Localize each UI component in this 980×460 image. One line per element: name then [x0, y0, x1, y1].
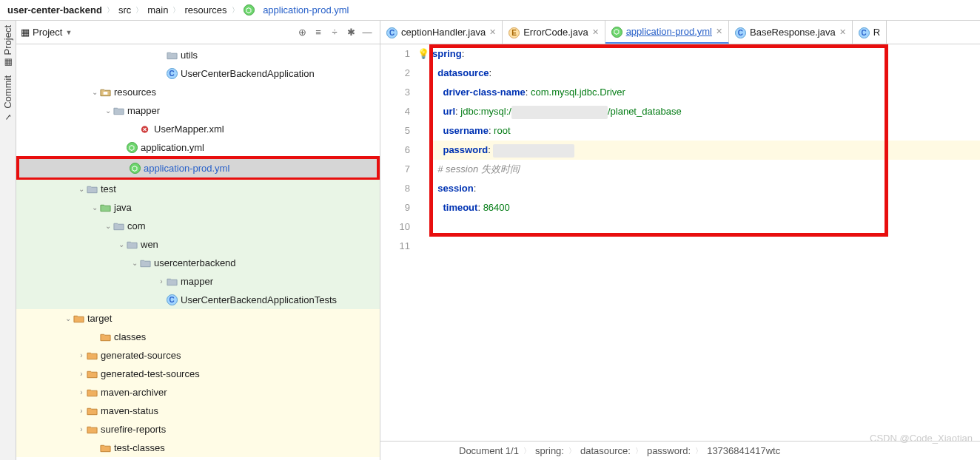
code-line[interactable]: session:: [429, 179, 980, 198]
status-value: 13736841417wtc: [707, 445, 780, 456]
folder-icon: [166, 276, 178, 288]
xml-icon: [139, 124, 151, 135]
code-line[interactable]: timeout: 86400: [429, 198, 980, 217]
tree-label: usercenterbackend: [154, 257, 236, 268]
yml-icon: ⬡: [126, 142, 138, 154]
folder-icon: [113, 220, 124, 232]
arrow-icon[interactable]: ⌄: [77, 185, 86, 193]
status-crumb[interactable]: password:: [647, 445, 691, 456]
tree-item-wen[interactable]: ⌄wen: [16, 235, 380, 254]
tree-item-application-yml[interactable]: ⬡application.yml: [16, 138, 380, 157]
yml-icon: ⬡: [129, 163, 141, 175]
tree-item-generated-sources[interactable]: ›generated-sources: [16, 346, 380, 365]
settings-icon[interactable]: ✱: [343, 24, 359, 41]
breadcrumb-root[interactable]: user-center-backend: [6, 4, 104, 16]
tab-r[interactable]: CR: [853, 21, 887, 44]
arrow-icon[interactable]: ›: [77, 388, 86, 396]
arrow-icon[interactable]: ⌄: [130, 259, 139, 267]
tree-item-generated-test-sources[interactable]: ›generated-test-sources: [16, 365, 380, 383]
lightbulb-icon[interactable]: 💡: [417, 44, 429, 64]
tree-label: application.yml: [141, 142, 204, 153]
tab-ceptionhandler-java[interactable]: CceptionHandler.java✕: [380, 21, 503, 44]
arrow-icon[interactable]: ›: [77, 425, 86, 433]
tree-item-target[interactable]: ⌄target: [16, 309, 380, 328]
arrow-icon[interactable]: ⌄: [104, 106, 113, 115]
tree-item-mapper[interactable]: ⌄mapper: [16, 101, 380, 120]
commit-toolwindow-button[interactable]: ✓ Commit: [2, 75, 13, 122]
breadcrumb-item[interactable]: main: [146, 4, 170, 16]
close-icon[interactable]: ✕: [489, 27, 496, 37]
tab-application-prod-yml[interactable]: ⬡application-prod.yml✕: [605, 21, 729, 44]
tree-item-resources[interactable]: ⌄resources: [16, 83, 380, 101]
tree-item-maven-status[interactable]: ›maven-status: [16, 402, 380, 420]
sidebar-header: ▦ Project ▼ ⊕ ≡ ÷ ✱ —: [16, 21, 380, 44]
arrow-icon[interactable]: ›: [77, 351, 86, 359]
close-icon[interactable]: ✕: [592, 27, 599, 37]
folder-orange-icon: [86, 387, 98, 399]
code-content[interactable]: spring: datasource: driver-class-name: c…: [429, 44, 980, 441]
arrow-icon[interactable]: ⌄: [117, 240, 126, 248]
code-line[interactable]: driver-class-name: com.mysql.jdbc.Driver: [429, 83, 980, 102]
tab-errorcode-java[interactable]: EErrorCode.java✕: [503, 21, 605, 44]
svg-rect-0: [103, 92, 107, 95]
arrow-icon[interactable]: ⌄: [90, 203, 99, 212]
breadcrumb-leaf[interactable]: ⬡ application-prod.yml: [242, 4, 351, 16]
code-line[interactable]: spring:: [429, 44, 980, 64]
code-line[interactable]: [429, 237, 980, 256]
breadcrumb-item[interactable]: resources: [183, 4, 228, 16]
tree-item-surefire-reports[interactable]: ›surefire-reports: [16, 420, 380, 439]
tree-item-utils[interactable]: utils: [16, 46, 380, 64]
tree-item-maven-archiver[interactable]: ›maven-archiver: [16, 383, 380, 402]
tree-label: UserCenterBackendApplication: [181, 68, 315, 79]
collapse-all-icon[interactable]: ÷: [326, 24, 343, 41]
code-line[interactable]: datasource:: [429, 64, 980, 83]
tree-item-com[interactable]: ⌄com: [16, 217, 380, 235]
hide-icon[interactable]: —: [359, 24, 375, 41]
close-icon[interactable]: ✕: [839, 27, 846, 37]
folder-res-icon: [99, 87, 111, 98]
tree-label: surefire-reports: [101, 424, 166, 435]
folder-orange-icon: [86, 405, 98, 417]
code-line[interactable]: username: root: [429, 121, 980, 141]
arrow-icon[interactable]: ›: [77, 370, 86, 378]
tree-item-mapper[interactable]: ›mapper: [16, 272, 380, 291]
code-line[interactable]: url: jdbc:mysql://planet_database: [429, 102, 980, 121]
tree-item-usercenterbackend[interactable]: ⌄usercenterbackend: [16, 254, 380, 272]
tab-baseresponse-java[interactable]: CBaseResponse.java✕: [729, 21, 853, 44]
project-view-selector[interactable]: ▦ Project ▼: [21, 27, 72, 38]
code-line[interactable]: password:: [429, 141, 980, 160]
tree-item-classes[interactable]: classes: [16, 328, 380, 346]
tree-item-application-prod-yml[interactable]: ⬡application-prod.yml: [19, 159, 377, 177]
arrow-icon[interactable]: ⌄: [104, 222, 113, 230]
c-icon: C: [859, 27, 870, 38]
close-icon[interactable]: ✕: [716, 27, 722, 36]
code-line[interactable]: # session 失效时间: [429, 160, 980, 179]
tree-label: wen: [141, 239, 158, 250]
tree-label: utils: [181, 50, 198, 61]
tree-item-test[interactable]: ⌄test: [16, 180, 380, 198]
tree-item-usercenterbackendapplication[interactable]: CUserCenterBackendApplication: [16, 64, 380, 83]
tree-item-usercenterbackendapplicationtests[interactable]: CUserCenterBackendApplicationTests: [16, 291, 380, 309]
locate-icon[interactable]: ⊕: [294, 24, 310, 41]
folder-icon: [113, 105, 124, 117]
status-crumb[interactable]: datasource:: [580, 445, 631, 456]
tree-item-test-classes[interactable]: test-classes: [16, 439, 380, 457]
tree-label: UserMapper.xml: [154, 124, 224, 135]
tree-item-java[interactable]: ⌄java: [16, 198, 380, 217]
tree-label: generated-test-sources: [101, 368, 200, 379]
tree-label: application-prod.yml: [144, 163, 229, 174]
arrow-icon[interactable]: ›: [77, 407, 86, 415]
arrow-icon[interactable]: ›: [157, 277, 166, 285]
c-icon: C: [735, 27, 746, 38]
breadcrumb-item[interactable]: src: [117, 4, 132, 16]
expand-all-icon[interactable]: ≡: [310, 24, 326, 41]
arrow-icon[interactable]: ⌄: [90, 88, 99, 96]
tree-label: UserCenterBackendApplicationTests: [181, 294, 337, 305]
arrow-icon[interactable]: ⌄: [64, 314, 73, 322]
project-toolwindow-button[interactable]: ▦ Project: [2, 25, 13, 68]
code-line[interactable]: [429, 217, 980, 237]
project-tree[interactable]: utilsCUserCenterBackendApplication⌄resou…: [16, 44, 380, 460]
status-crumb[interactable]: spring:: [535, 445, 564, 456]
code-area[interactable]: 1234567891011 💡 spring: datasource: driv…: [380, 44, 980, 441]
tree-item-usermapper-xml[interactable]: UserMapper.xml: [16, 120, 380, 138]
